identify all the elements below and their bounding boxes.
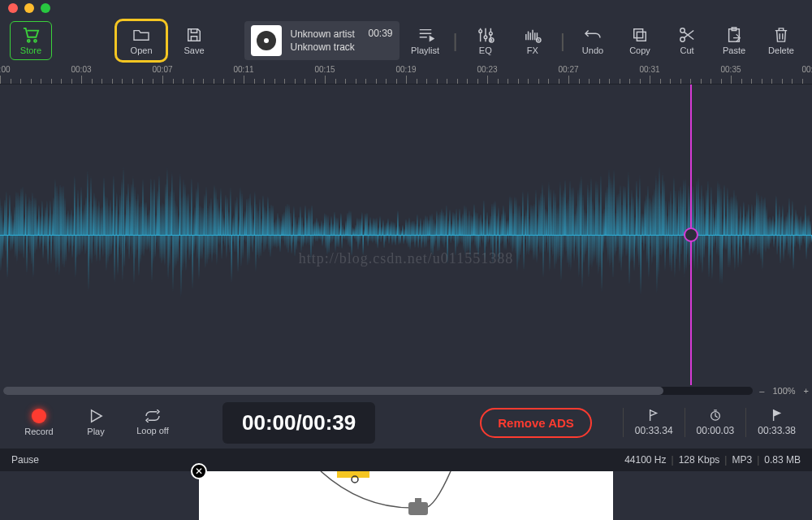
stopwatch-icon: [709, 409, 722, 422]
record-label: Record: [24, 427, 53, 436]
loop-icon: [144, 410, 162, 422]
eq-button[interactable]: EQ: [464, 21, 507, 60]
store-button[interactable]: Store: [10, 21, 52, 60]
horizontal-scroll: – 100% +: [0, 385, 812, 396]
flag-start-icon: [648, 409, 659, 422]
sel-dur-value: 00:00.03: [697, 425, 735, 436]
loop-button[interactable]: Loop off: [130, 410, 175, 436]
save-label: Save: [184, 46, 205, 55]
cut-button[interactable]: Cut: [666, 21, 708, 60]
ad-popup: ✕: [199, 471, 613, 520]
sample-rate: 44100 Hz: [624, 454, 666, 466]
selection-duration[interactable]: 00:00.03: [697, 409, 735, 436]
track-card[interactable]: Unknown artist Unknown track 00:39: [244, 21, 399, 60]
undo-icon: [584, 26, 602, 44]
svg-point-0: [28, 40, 30, 42]
album-art-icon: [251, 25, 282, 56]
track-info: Unknown artist Unknown track: [290, 28, 354, 54]
format: MP3: [732, 454, 752, 466]
floppy-icon: [186, 26, 202, 44]
timecode-display: 00:00/00:39: [222, 402, 375, 444]
svg-point-2: [479, 30, 482, 33]
record-button[interactable]: Record: [16, 409, 62, 436]
file-size: 0.83 MB: [764, 454, 801, 466]
svg-point-4: [489, 32, 492, 35]
toolbar-separator: |: [451, 29, 460, 52]
playhead-marker[interactable]: [690, 84, 692, 385]
sel-start-value: 00:33.34: [635, 425, 673, 436]
open-button-highlight: Open: [114, 19, 168, 63]
playlist-icon: [417, 26, 434, 44]
timeline-ruler[interactable]: 00:0000:0300:0700:1100:1500:1900:2300:27…: [0, 65, 812, 84]
open-label: Open: [131, 46, 153, 55]
play-label: Play: [87, 427, 104, 436]
playlist-label: Playlist: [411, 46, 439, 55]
undo-label: Undo: [582, 46, 603, 55]
minimize-window-icon[interactable]: [24, 3, 34, 13]
zoom-out-button[interactable]: –: [759, 386, 764, 396]
copy-button[interactable]: Copy: [619, 21, 661, 60]
open-button[interactable]: Open: [120, 21, 162, 60]
copy-label: Copy: [629, 46, 650, 55]
bitrate: 128 Kbps: [679, 454, 720, 466]
eq-label: EQ: [479, 46, 492, 55]
cart-icon: [22, 26, 40, 44]
record-icon: [32, 409, 46, 423]
status-bar: Pause 44100 Hz| 128 Kbps| MP3| 0.83 MB: [0, 448, 812, 471]
close-ad-button[interactable]: ✕: [191, 463, 207, 479]
divider: [623, 408, 624, 437]
track-artist: Unknown artist: [290, 28, 354, 41]
selection-end[interactable]: 00:33.38: [758, 409, 796, 436]
main-toolbar: Store Open Save Unknown artist Unknown t…: [0, 16, 812, 65]
sel-end-value: 00:33.38: [758, 425, 796, 436]
svg-rect-16: [408, 502, 428, 515]
save-button[interactable]: Save: [173, 21, 215, 60]
close-window-icon[interactable]: [8, 3, 18, 13]
fullscreen-window-icon[interactable]: [41, 3, 50, 13]
play-icon: [89, 409, 103, 423]
ad-graphic-icon: [199, 471, 613, 520]
store-label: Store: [20, 46, 41, 55]
paste-icon: [726, 26, 742, 44]
selection-start[interactable]: 00:33.34: [635, 409, 673, 436]
scrollbar-thumb[interactable]: [3, 387, 663, 395]
svg-rect-7: [634, 29, 643, 38]
toolbar-separator: |: [559, 29, 567, 52]
paste-label: Paste: [723, 46, 745, 55]
cut-label: Cut: [680, 46, 693, 55]
copy-icon: [632, 26, 648, 44]
svg-point-1: [34, 40, 37, 42]
delete-label: Delete: [768, 46, 794, 55]
window-titlebar: [0, 0, 812, 16]
waveform-area[interactable]: http://blog.csdn.net/u011551388: [0, 84, 812, 385]
zoom-in-button[interactable]: +: [804, 386, 809, 396]
playback-state: Pause: [11, 454, 39, 466]
scissors-icon: [679, 26, 695, 44]
fx-icon: [524, 26, 542, 44]
divider: [685, 408, 685, 437]
divider: [745, 408, 746, 437]
folder-icon: [132, 26, 150, 44]
undo-button[interactable]: Undo: [572, 21, 614, 60]
scrollbar-track[interactable]: [3, 387, 753, 395]
loop-label: Loop off: [136, 426, 169, 436]
playlist-button[interactable]: Playlist: [404, 21, 447, 60]
eq-icon: [477, 26, 495, 44]
svg-point-3: [484, 36, 487, 39]
transport-bar: Record Play Loop off 00:00/00:39 Remove …: [0, 396, 812, 448]
fx-label: FX: [527, 46, 538, 55]
svg-rect-8: [637, 32, 646, 41]
delete-button[interactable]: Delete: [760, 21, 802, 60]
trash-icon: [774, 26, 788, 44]
svg-rect-17: [415, 498, 421, 503]
paste-button[interactable]: Paste: [713, 21, 755, 60]
zoom-percent: 100%: [772, 386, 795, 396]
fx-button[interactable]: FX: [512, 21, 554, 60]
flag-end-icon: [771, 409, 783, 422]
track-length: 00:39: [369, 24, 393, 39]
watermark-text: http://blog.csdn.net/u011551388: [299, 250, 513, 267]
remove-ads-button[interactable]: Remove ADS: [480, 408, 592, 438]
track-title: Unknown track: [290, 41, 354, 54]
play-button[interactable]: Play: [73, 409, 119, 436]
